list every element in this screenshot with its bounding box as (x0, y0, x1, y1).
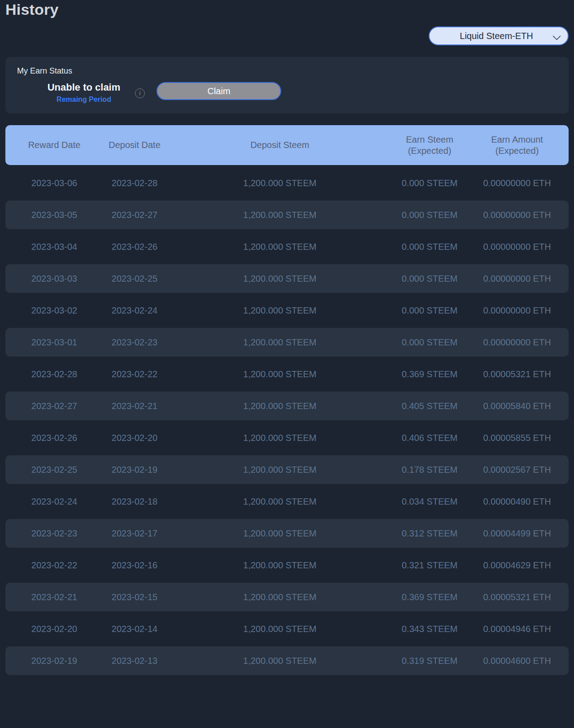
cell-earn-amount: 0.00005321 ETH (465, 592, 569, 602)
cell-deposit-steem: 1,200.000 STEEM (166, 497, 394, 507)
table-row: 2023-03-03 2023-02-25 1,200.000 STEEM 0.… (5, 264, 569, 293)
cell-reward-date: 2023-02-24 (5, 497, 103, 507)
table-row: 2023-03-01 2023-02-23 1,200.000 STEEM 0.… (5, 328, 569, 357)
cell-reward-date: 2023-03-02 (5, 305, 103, 316)
cell-earn-steem: 0.312 STEEM (394, 528, 465, 539)
table-row: 2023-02-27 2023-02-21 1,200.000 STEEM 0.… (5, 392, 569, 420)
header-reward-date: Reward Date (5, 139, 103, 151)
cell-earn-steem: 0.406 STEEM (394, 433, 465, 443)
header-deposit-steem: Deposit Steem (166, 139, 394, 151)
cell-deposit-date: 2023-02-15 (103, 592, 166, 602)
cell-deposit-steem: 1,200.000 STEEM (166, 624, 394, 634)
cell-earn-amount: 0.00000000 ETH (465, 242, 569, 252)
header-deposit-date: Deposit Date (103, 139, 166, 151)
cell-reward-date: 2023-03-01 (5, 337, 103, 348)
cell-deposit-date: 2023-02-23 (103, 337, 166, 348)
cell-earn-amount: 0.00004946 ETH (465, 624, 569, 634)
cell-earn-amount: 0.00000000 ETH (465, 178, 569, 188)
table-row: 2023-03-02 2023-02-24 1,200.000 STEEM 0.… (5, 296, 569, 325)
cell-deposit-steem: 1,200.000 STEEM (166, 242, 394, 252)
cell-deposit-steem: 1,200.000 STEEM (166, 592, 394, 602)
cell-deposit-date: 2023-02-16 (103, 560, 166, 571)
cell-reward-date: 2023-02-25 (5, 465, 103, 475)
cell-deposit-steem: 1,200.000 STEEM (166, 337, 394, 348)
cell-earn-amount: 0.00000000 ETH (465, 210, 569, 220)
table-row: 2023-02-25 2023-02-19 1,200.000 STEEM 0.… (5, 455, 569, 484)
cell-earn-amount: 0.00005840 ETH (465, 401, 569, 411)
cell-earn-amount: 0.00000490 ETH (465, 497, 569, 507)
cell-deposit-steem: 1,200.000 STEEM (166, 178, 394, 188)
cell-reward-date: 2023-03-05 (5, 210, 103, 220)
table-row: 2023-03-04 2023-02-26 1,200.000 STEEM 0.… (5, 232, 569, 261)
cell-earn-steem: 0.000 STEEM (394, 178, 465, 188)
cell-deposit-date: 2023-02-18 (103, 497, 166, 507)
cell-deposit-steem: 1,200.000 STEEM (166, 401, 394, 411)
earn-status-label: My Earn Status (17, 66, 72, 76)
table-row: 2023-03-06 2023-02-28 1,200.000 STEEM 0.… (5, 169, 569, 197)
cell-earn-steem: 0.369 STEEM (394, 369, 465, 379)
history-page: History Liquid Steem-ETH My Earn Status … (0, 0, 574, 728)
table-row: 2023-02-21 2023-02-15 1,200.000 STEEM 0.… (5, 583, 569, 611)
cell-earn-steem: 0.000 STEEM (394, 274, 465, 284)
claim-status: Unable to claim Remaing Period (38, 82, 130, 104)
cell-deposit-steem: 1,200.000 STEEM (166, 210, 394, 220)
cell-reward-date: 2023-02-27 (5, 401, 103, 411)
cell-earn-steem: 0.319 STEEM (394, 656, 465, 666)
cell-earn-steem: 0.369 STEEM (394, 592, 465, 602)
cell-deposit-date: 2023-02-28 (103, 178, 166, 188)
cell-deposit-steem: 1,200.000 STEEM (166, 465, 394, 475)
cell-earn-steem: 0.321 STEEM (394, 560, 465, 571)
cell-deposit-date: 2023-02-20 (103, 433, 166, 443)
cell-deposit-steem: 1,200.000 STEEM (166, 433, 394, 443)
cell-earn-steem: 0.000 STEEM (394, 242, 465, 252)
cell-deposit-date: 2023-02-14 (103, 624, 166, 634)
cell-deposit-date: 2023-02-13 (103, 656, 166, 666)
cell-earn-steem: 0.178 STEEM (394, 465, 465, 475)
table-row: 2023-02-22 2023-02-16 1,200.000 STEEM 0.… (5, 551, 569, 580)
cell-earn-amount: 0.00004629 ETH (465, 560, 569, 571)
cell-earn-amount: 0.00000000 ETH (465, 305, 569, 316)
cell-earn-amount: 0.00004499 ETH (465, 528, 569, 539)
cell-reward-date: 2023-02-28 (5, 369, 103, 379)
cell-earn-amount: 0.00002567 ETH (465, 465, 569, 475)
cell-earn-steem: 0.000 STEEM (394, 337, 465, 348)
claim-status-text: Unable to claim (38, 82, 130, 93)
cell-deposit-date: 2023-02-26 (103, 242, 166, 252)
page-title: History (5, 1, 59, 18)
cell-earn-steem: 0.000 STEEM (394, 210, 465, 220)
pool-selector-dropdown[interactable]: Liquid Steem-ETH (429, 26, 569, 45)
cell-deposit-date: 2023-02-22 (103, 369, 166, 379)
table-row: 2023-02-20 2023-02-14 1,200.000 STEEM 0.… (5, 615, 569, 643)
table-body: 2023-03-06 2023-02-28 1,200.000 STEEM 0.… (5, 169, 569, 675)
cell-earn-amount: 0.00005855 ETH (465, 433, 569, 443)
table-header-row: Reward Date Deposit Date Deposit Steem E… (5, 125, 569, 165)
cell-reward-date: 2023-03-03 (5, 274, 103, 284)
remaining-period-link[interactable]: Remaing Period (38, 96, 130, 104)
cell-reward-date: 2023-02-20 (5, 624, 103, 634)
cell-deposit-steem: 1,200.000 STEEM (166, 560, 394, 571)
earn-status-card: My Earn Status Unable to claim Remaing P… (5, 57, 569, 113)
cell-reward-date: 2023-02-22 (5, 560, 103, 571)
cell-earn-steem: 0.034 STEEM (394, 497, 465, 507)
cell-deposit-date: 2023-02-17 (103, 528, 166, 539)
info-icon[interactable]: i (135, 88, 145, 98)
cell-reward-date: 2023-02-23 (5, 528, 103, 539)
table-row: 2023-02-24 2023-02-18 1,200.000 STEEM 0.… (5, 487, 569, 516)
cell-earn-amount: 0.00000000 ETH (465, 337, 569, 348)
cell-deposit-steem: 1,200.000 STEEM (166, 656, 394, 666)
claim-button[interactable]: Claim (157, 82, 281, 100)
cell-earn-steem: 0.000 STEEM (394, 305, 465, 316)
table-row: 2023-02-19 2023-02-13 1,200.000 STEEM 0.… (5, 646, 569, 675)
cell-reward-date: 2023-02-26 (5, 433, 103, 443)
header-earn-amount: Earn Amount (Expected) (465, 134, 569, 157)
table-row: 2023-02-26 2023-02-20 1,200.000 STEEM 0.… (5, 423, 569, 452)
chevron-down-icon (552, 32, 561, 40)
table-row: 2023-02-23 2023-02-17 1,200.000 STEEM 0.… (5, 519, 569, 548)
cell-deposit-steem: 1,200.000 STEEM (166, 528, 394, 539)
cell-earn-amount: 0.00005321 ETH (465, 369, 569, 379)
cell-deposit-date: 2023-02-24 (103, 305, 166, 316)
cell-deposit-date: 2023-02-19 (103, 465, 166, 475)
cell-deposit-steem: 1,200.000 STEEM (166, 369, 394, 379)
cell-reward-date: 2023-02-19 (5, 656, 103, 666)
cell-deposit-steem: 1,200.000 STEEM (166, 305, 394, 316)
